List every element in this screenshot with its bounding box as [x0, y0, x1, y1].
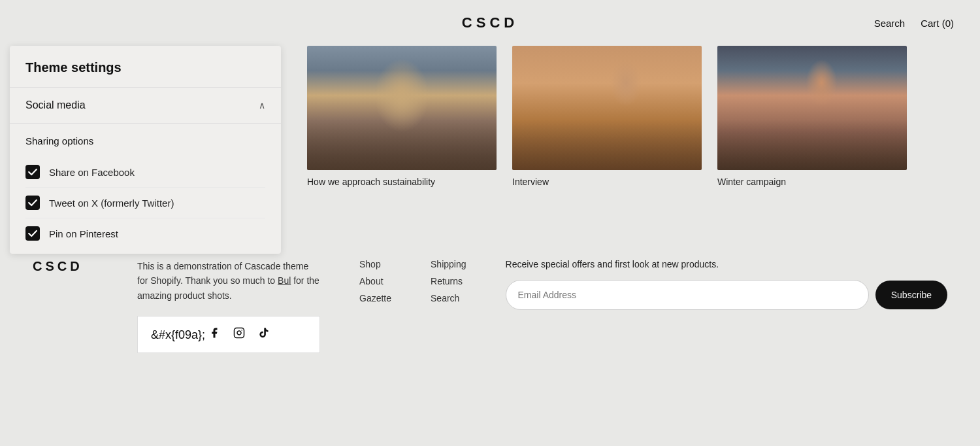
footer-link-about[interactable]: About	[359, 276, 391, 286]
footer-link-gazette[interactable]: Gazette	[359, 293, 391, 303]
footer-col-nav1: Shop About Gazette	[359, 259, 391, 303]
header: CSCD Search Cart (0)	[0, 0, 980, 46]
footer-link-shop[interactable]: Shop	[359, 259, 391, 269]
footer-nav-2: Shipping Returns Search	[431, 259, 466, 303]
footer-social-icons: &#x{f09a};	[137, 316, 320, 353]
card-image-1	[307, 46, 497, 170]
site-logo: CSCD	[462, 14, 518, 31]
social-media-header[interactable]: Social media ∧	[10, 88, 281, 124]
footer-col-subscribe: Receive special offers and first look at…	[506, 259, 947, 310]
twitter-checkbox[interactable]	[25, 196, 40, 210]
checkbox-pinterest: Pin on Pinterest	[25, 218, 265, 249]
subscribe-form: Subscribe	[506, 280, 947, 310]
card-2: Interview	[512, 46, 702, 187]
footer-logo: CSCD	[33, 259, 98, 274]
main-content: Theme settings Social media ∧ Sharing op…	[0, 46, 980, 226]
facebook-checkbox[interactable]	[25, 165, 40, 179]
footer-link-shipping[interactable]: Shipping	[431, 259, 466, 269]
tiktok-social-icon[interactable]	[258, 327, 270, 342]
card-image-2	[512, 46, 702, 170]
card-label-2: Interview	[512, 177, 702, 187]
social-media-label: Social media	[25, 99, 86, 111]
theme-settings-panel: Theme settings Social media ∧ Sharing op…	[10, 46, 281, 254]
facebook-label: Share on Facebook	[49, 167, 135, 178]
header-nav: Search Cart (0)	[874, 18, 954, 29]
card-label-3: Winter campaign	[717, 177, 907, 187]
footer-link-returns[interactable]: Returns	[431, 276, 466, 286]
twitter-label: Tweet on X (formerly Twitter)	[49, 197, 174, 209]
footer-nav-1: Shop About Gazette	[359, 259, 391, 303]
sharing-options-subsection: Sharing options Share on Facebook	[10, 124, 281, 254]
footer-col-description: This is a demonstration of Cascade theme…	[137, 259, 320, 353]
subscribe-text: Receive special offers and first look at…	[506, 259, 947, 269]
checkbox-facebook: Share on Facebook	[25, 157, 265, 188]
svg-rect-0	[235, 328, 244, 338]
email-input[interactable]	[506, 280, 869, 310]
subscribe-button[interactable]: Subscribe	[875, 281, 947, 309]
cards-row: How we approach sustainability Interview…	[307, 46, 954, 187]
card-3: Winter campaign	[717, 46, 907, 187]
card-image-3	[717, 46, 907, 170]
instagram-social-icon[interactable]	[233, 327, 245, 342]
cart-link[interactable]: Cart (0)	[921, 18, 954, 29]
card-1: How we approach sustainability	[307, 46, 497, 187]
chevron-up-icon: ∧	[259, 100, 265, 111]
footer-col-brand: CSCD	[33, 259, 98, 287]
facebook-social-icon[interactable]: &#x{f09a};	[151, 327, 220, 342]
footer-link-search[interactable]: Search	[431, 293, 466, 303]
footer-bul-link[interactable]: Bul	[278, 275, 291, 286]
sharing-options-label: Sharing options	[25, 135, 265, 146]
checkbox-twitter: Tweet on X (formerly Twitter)	[25, 188, 265, 218]
pinterest-checkbox[interactable]	[25, 226, 40, 241]
footer-description: This is a demonstration of Cascade theme…	[137, 259, 320, 303]
pinterest-label: Pin on Pinterest	[49, 228, 118, 239]
panel-title: Theme settings	[10, 46, 281, 88]
card-label-1: How we approach sustainability	[307, 177, 497, 187]
footer-col-nav2: Shipping Returns Search	[431, 259, 466, 303]
search-link[interactable]: Search	[874, 18, 906, 29]
social-media-section: Social media ∧ Sharing options Share on …	[10, 88, 281, 254]
